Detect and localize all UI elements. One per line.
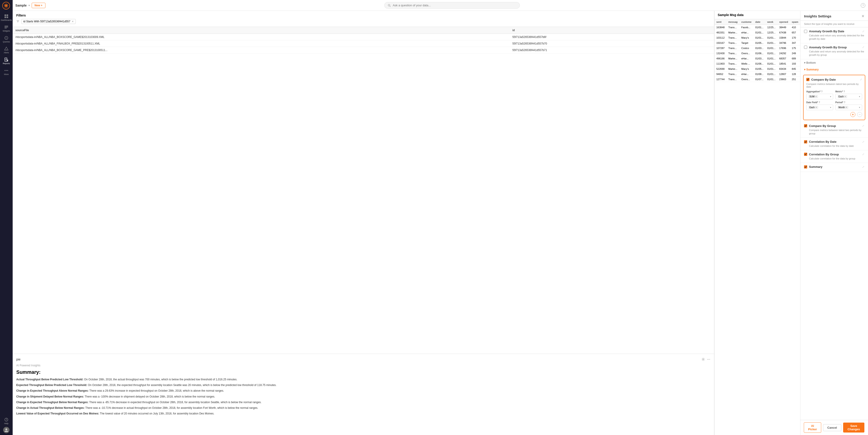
aggregation-tag-close[interactable]: ✕ [815, 95, 817, 98]
msg-table-row[interactable]: 107287Trans...Costco01/03...01/01...1769… [715, 46, 800, 51]
msg-cell: 15844 [777, 35, 790, 40]
save-changes-button[interactable]: Save Changes [843, 423, 864, 433]
cancel-button[interactable]: Cancel [823, 424, 841, 431]
compare-by-date-checkbox[interactable] [806, 78, 809, 81]
msg-cell: 193 [790, 61, 800, 66]
insight-checkbox-compare_by_group[interactable] [804, 124, 807, 127]
sidebar-item-alerts[interactable]: Alerts [1, 45, 11, 55]
app-logo[interactable] [2, 2, 10, 10]
insight-checkbox-summary[interactable] [804, 165, 807, 168]
insight-expand-icon[interactable]: ⤢ [862, 46, 864, 49]
date-field-help-icon[interactable]: ? [819, 101, 820, 104]
insights-title: Insights Settings [804, 14, 831, 18]
title-dropdown-icon[interactable]: ▾ [29, 4, 30, 7]
msg-cell: 01/01... [765, 61, 777, 66]
summary-card: Compare By Date ⤢ Compare metrics betwee… [803, 75, 865, 120]
settings-icon[interactable] [702, 358, 705, 361]
filter-tag[interactable]: id Starts With 55f713a526536f441d557 ✕ [21, 19, 76, 24]
period-help-icon[interactable]: ? [844, 101, 845, 104]
metric-help-icon[interactable]: ? [844, 90, 845, 93]
msg-cell: Wells ... [739, 61, 753, 66]
table-row[interactable]: /nbcsportsdata-in/NBA_ALL/NBA_BOXSCORE_G… [13, 34, 714, 40]
msg-cell: 410 [790, 25, 800, 30]
summary-title: Summary: [16, 369, 710, 375]
aggregation-help-icon[interactable]: ? [821, 90, 823, 93]
add-config-button[interactable]: + [850, 112, 855, 117]
avatar[interactable] [3, 427, 9, 433]
insight-expand-icon-compare_by_group[interactable]: ⤢ [862, 124, 864, 127]
metric-select[interactable]: Each ✕ ▾ [835, 94, 862, 99]
msg-cell: 68357 [777, 56, 790, 61]
insight-expand-icon[interactable]: ⤢ [862, 30, 864, 33]
msg-cell: Trans... [726, 72, 739, 77]
search-bar[interactable] [384, 2, 520, 8]
msg-cell: 12/25... [765, 25, 777, 30]
insights-close-button[interactable]: ✕ [862, 14, 864, 18]
msg-table-row[interactable]: 111903Trans...Wells ...01/06...01/01...1… [715, 61, 800, 66]
table-row[interactable]: /nbcsportsdata-in/NBA_ALL/NBA_FINALBOX_P… [13, 40, 714, 47]
ai-picker-button[interactable]: AI Picker [804, 422, 821, 433]
filter-tag-close-icon[interactable]: ✕ [72, 20, 74, 23]
insight-checkbox-anomaly_growth_date[interactable] [804, 30, 807, 33]
insight-expand-icon-correlation_by_group[interactable]: ⤢ [862, 153, 864, 156]
metric-group: Metric* ? Each ✕ ▾ [835, 90, 862, 99]
msg-table: sentmessagcustomedateweekopenedspam 1638… [715, 19, 800, 82]
sidebar-item-help[interactable]: ? Help [1, 416, 11, 426]
insight-expand-icon-correlation_by_date[interactable]: ⤢ [862, 140, 864, 143]
table-row[interactable]: /nbcsportsdata-in/NBA_ALL/NBA_BOXSCORE_G… [13, 47, 714, 54]
msg-table-row[interactable]: 522690Marke...Macy's01/05...01/01...8343… [715, 66, 800, 72]
msg-table-row[interactable]: 496166Marke...eHar...01/03...01/01...683… [715, 56, 800, 61]
insight-expand-icon-summary[interactable]: ⤢ [862, 165, 864, 168]
sidebar-item-dashboards[interactable]: Dashboards [1, 13, 11, 23]
date-field-select[interactable]: Each ✕ ▾ [806, 105, 833, 110]
svg-point-29 [707, 359, 708, 360]
summary-section-arrow: ▾ [804, 68, 805, 71]
msg-table-row[interactable]: 103112Trans...Macy's01/01...01/01...1584… [715, 35, 800, 40]
period-select[interactable]: Month ✕ ▾ [835, 105, 862, 110]
msg-cell: 12/25... [765, 30, 777, 35]
msg-cell: Marke... [726, 66, 739, 72]
metric-tag-close[interactable]: ✕ [844, 95, 846, 98]
date-field-group: Date Field* ? Each ✕ ▾ [806, 101, 833, 110]
metric-arrow: ▾ [859, 95, 860, 98]
compare-card-expand-icon[interactable]: ⤢ [860, 78, 862, 81]
msg-table-row[interactable]: 150167Trans...Target01/05...01/01...3479… [715, 40, 800, 46]
summary-section-header[interactable]: ▾ Summary [800, 66, 868, 73]
insight-checkbox-anomaly_growth_group[interactable] [804, 46, 807, 49]
topbar-help-icon[interactable]: ? [861, 3, 865, 8]
sidebar-item-more[interactable]: More [1, 67, 11, 77]
msg-cell: 17696 [777, 46, 790, 51]
msg-cell: Marke... [726, 30, 739, 35]
msg-table-row[interactable]: 132430Trans...Overs...01/06...01/01...24… [715, 51, 800, 56]
svg-rect-7 [4, 16, 6, 18]
period-tag-close[interactable]: ✕ [845, 106, 847, 109]
insight-name-anomaly_growth_date: Anomaly Growth By Date [809, 30, 844, 33]
msg-cell: Overs... [739, 77, 753, 82]
date-field-tag-close[interactable]: ✕ [815, 106, 817, 109]
svg-rect-8 [6, 16, 8, 18]
sidebar-item-queries[interactable]: ? Queries [1, 34, 11, 44]
sidebar-item-widgets[interactable]: Widgets [1, 24, 11, 33]
msg-table-row[interactable]: 127744Trans...Overs...01/07...01/01...23… [715, 77, 800, 82]
remove-config-button[interactable]: − [857, 112, 862, 117]
msg-cell: 34796 [777, 40, 790, 46]
sidebar-item-reports[interactable]: Reports [1, 56, 11, 66]
bottom-section-header[interactable]: ▾ Bottom [800, 59, 868, 66]
msg-cell: 347 [790, 40, 800, 46]
aggregation-select[interactable]: SUM ✕ ▾ [806, 94, 833, 99]
new-button[interactable]: New + [32, 3, 45, 8]
insight-checkbox-correlation_by_date[interactable] [804, 140, 807, 143]
bottom-section-arrow: ▾ [804, 61, 805, 64]
source-file-cell: /nbcsportsdata-in/NBA_ALL/NBA_BOXSCORE_G… [13, 47, 510, 54]
msg-table-row[interactable]: 481551Marke...eHar...01/01...12/25...674… [715, 30, 800, 35]
msg-cell: Macy's [739, 35, 753, 40]
msg-col-header: sent [715, 19, 726, 25]
search-input[interactable] [393, 4, 517, 7]
msg-table-row[interactable]: 163848Trans...Faceb...01/01...12/25...38… [715, 25, 800, 30]
insight-checkbox-correlation_by_group[interactable] [804, 153, 807, 156]
msg-cell: 128 [790, 72, 800, 77]
id-cell: 55f713a526536f441d557b71 [510, 47, 714, 54]
msg-table-row[interactable]: 94652Trans...eHar...01/08...01/01...1280… [715, 72, 800, 77]
more-options-icon[interactable] [707, 358, 710, 361]
msg-cell: 01/01... [765, 56, 777, 61]
